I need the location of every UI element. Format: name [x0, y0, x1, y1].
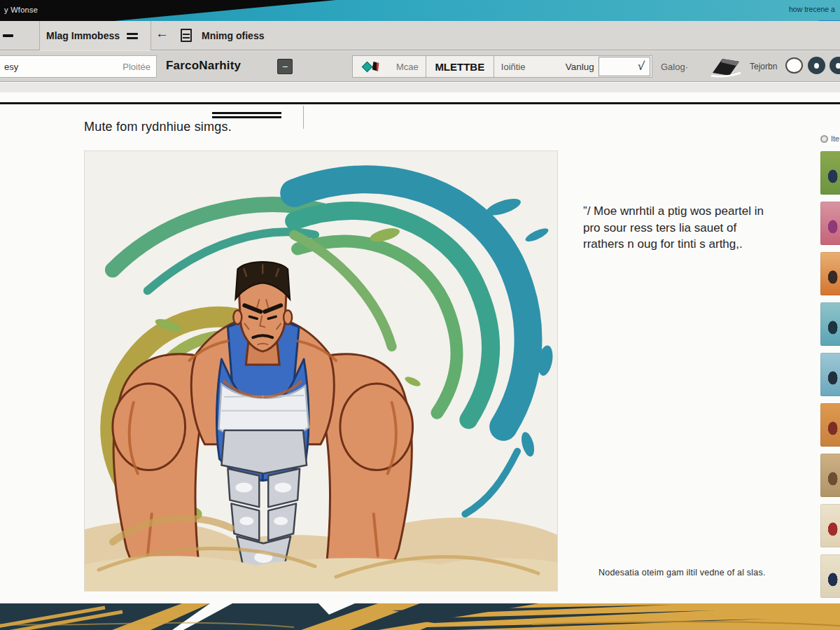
back-arrow-icon: ←	[155, 26, 169, 41]
mode-ioinie[interactable]: Ioiñtie	[494, 62, 564, 72]
toolbar-separator	[303, 106, 304, 129]
dot-icon	[836, 63, 840, 69]
thumbnail[interactable]	[820, 403, 840, 447]
artwork-canvas[interactable]	[84, 150, 558, 592]
horizontal-rule	[0, 102, 840, 104]
pen-tool-label[interactable]: Tejorbn	[750, 62, 777, 71]
mode-mlettbe[interactable]: MLETTBE	[426, 61, 493, 73]
thumbnail[interactable]	[820, 151, 840, 195]
thumbnail[interactable]	[820, 504, 840, 547]
bottom-decorative-band	[0, 603, 840, 630]
thumbnail[interactable]	[820, 202, 840, 245]
sidebar-header: Ite	[820, 134, 839, 143]
titlebar-left-text: y Wfonse	[4, 6, 38, 14]
brand-title: FarcoNarhity	[166, 59, 241, 73]
menu-label[interactable]: Mnimg ofiess	[202, 30, 264, 41]
thumbnail[interactable]	[820, 454, 840, 497]
caption-text: Nodesatia oteim gam iltil vedne of al sl…	[598, 568, 766, 578]
radio-icon[interactable]	[820, 135, 828, 143]
thumbnail[interactable]	[820, 353, 840, 396]
document-list-icon[interactable]	[181, 29, 192, 42]
tab-main[interactable]: Mlag Immobess	[39, 21, 151, 50]
mode-label[interactable]: Mcae	[389, 62, 426, 72]
note-text: ”/ Moe wnrhtil a ptig wos peartel in pro…	[583, 203, 814, 253]
color-mode-group[interactable]	[353, 62, 389, 71]
dropdown-arrow-icon: √	[636, 59, 645, 74]
search-value: esy	[4, 62, 18, 72]
titlebar-right-text: how trecene a	[789, 5, 835, 13]
gallery-label[interactable]: Galog·	[661, 62, 688, 72]
minus-icon: −	[282, 61, 288, 72]
search-input[interactable]: esy Ploitée	[0, 55, 157, 78]
note-line: pro sour ress ters lia sauet of	[583, 220, 814, 237]
tab-label: Mlag Immobess	[46, 30, 120, 41]
page-title: Mute fom rydnhiue simgs.	[84, 120, 232, 134]
back-button[interactable]: ←	[155, 26, 169, 41]
page-gap	[0, 92, 840, 102]
toolbar-shadow-strip	[0, 83, 840, 92]
note-line: ”/ Moe wnrhtil a ptig wos peartel in	[583, 203, 814, 220]
brush-shape-toggle[interactable]	[785, 57, 803, 74]
brush-size-button[interactable]	[808, 57, 825, 74]
band-art	[0, 603, 840, 630]
character-artwork	[85, 151, 557, 591]
thumbnail[interactable]	[820, 252, 840, 295]
value-dropdown[interactable]: √	[598, 57, 650, 76]
thumbnail-list	[820, 151, 840, 598]
sidebar-header-label: Ite	[831, 134, 839, 143]
search-hint: Ploitée	[122, 62, 150, 72]
collapse-button[interactable]: −	[277, 59, 293, 74]
dot-icon	[814, 63, 819, 69]
titlebar-black-wedge	[0, 0, 336, 21]
tool-options-panel: Mcae MLETTBE Ioiñtie Vanlug √	[352, 55, 652, 78]
thumbnail[interactable]	[820, 302, 840, 346]
tab-equals-icon	[127, 33, 138, 39]
eraser-icon	[710, 55, 742, 78]
teal-diamond-icon	[361, 61, 372, 72]
red-black-flag-icon	[372, 62, 379, 71]
note-line: rrathers n oug for tinti s arthg,.	[583, 236, 814, 253]
minimize-icon[interactable]	[3, 34, 13, 37]
toolbar-primary: Mlag Immobess ← Mnimg ofiess	[0, 21, 840, 50]
thumbnail[interactable]	[820, 554, 840, 598]
dropdown-label: Vanlug	[564, 62, 598, 72]
eraser-tool-button[interactable]	[710, 55, 742, 78]
title-bar: y Wfonse how trecene a	[0, 0, 840, 21]
